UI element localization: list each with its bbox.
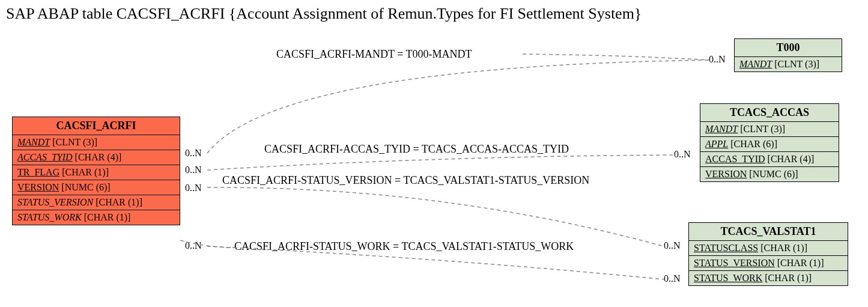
field-row: VERSION [NUMC (6)] bbox=[700, 167, 839, 181]
entity-cacsfi-acrfi: CACSFI_ACRFI MANDT [CLNT (3)] ACCAS_TYID… bbox=[12, 117, 180, 225]
relation-label: CACSFI_ACRFI-STATUS_VERSION = TCACS_VALS… bbox=[222, 174, 589, 187]
cardinality: 0..N bbox=[185, 240, 202, 251]
cardinality: 0..N bbox=[185, 165, 202, 175]
entity-header: T000 bbox=[735, 39, 842, 57]
relation-label: CACSFI_ACRFI-STATUS_WORK = TCACS_VALSTAT… bbox=[234, 240, 574, 253]
field-row: VERSION [NUMC (6)] bbox=[13, 180, 180, 195]
field-row: ACCAS_TYID [CHAR (4)] bbox=[700, 152, 839, 167]
cardinality: 0..N bbox=[709, 54, 726, 65]
relation-label: CACSFI_ACRFI-ACCAS_TYID = TCACS_ACCAS-AC… bbox=[264, 143, 569, 156]
field-row: MANDT [CLNT (3)] bbox=[735, 57, 842, 71]
entity-t000: T000 MANDT [CLNT (3)] bbox=[734, 38, 842, 72]
field-row: STATUS_VERSION [CHAR (1)] bbox=[13, 195, 180, 210]
field-row: ACCAS_TYID [CHAR (4)] bbox=[13, 150, 180, 165]
diagram-title: SAP ABAP table CACSFI_ACRFI {Account Ass… bbox=[6, 5, 642, 23]
relation-label: CACSFI_ACRFI-MANDT = T000-MANDT bbox=[276, 48, 472, 61]
field-row: TR_FLAG [CHAR (1)] bbox=[13, 165, 180, 180]
entity-header: TCACS_VALSTAT1 bbox=[689, 223, 848, 241]
cardinality: 0..N bbox=[185, 148, 202, 159]
field-row: MANDT [CLNT (3)] bbox=[13, 135, 180, 150]
entity-tcacs-valstat1: TCACS_VALSTAT1 STATUSCLASS [CHAR (1)] ST… bbox=[688, 222, 848, 286]
cardinality: 0..N bbox=[664, 240, 681, 251]
cardinality: 0..N bbox=[674, 149, 691, 160]
field-row: STATUSCLASS [CHAR (1)] bbox=[689, 241, 848, 256]
entity-tcacs-accas: TCACS_ACCAS MANDT [CLNT (3)] APPL [CHAR … bbox=[700, 103, 839, 182]
field-row: STATUS_VERSION [CHAR (1)] bbox=[689, 256, 848, 271]
cardinality: 0..N bbox=[664, 273, 681, 284]
field-row: STATUS_WORK [CHAR (1)] bbox=[689, 271, 848, 285]
entity-header: CACSFI_ACRFI bbox=[13, 117, 180, 135]
field-row: APPL [CHAR (6)] bbox=[700, 137, 839, 152]
field-row: STATUS_WORK [CHAR (1)] bbox=[13, 210, 180, 225]
cardinality: 0..N bbox=[185, 183, 202, 193]
field-row: MANDT [CLNT (3)] bbox=[700, 122, 839, 137]
entity-header: TCACS_ACCAS bbox=[700, 104, 839, 122]
